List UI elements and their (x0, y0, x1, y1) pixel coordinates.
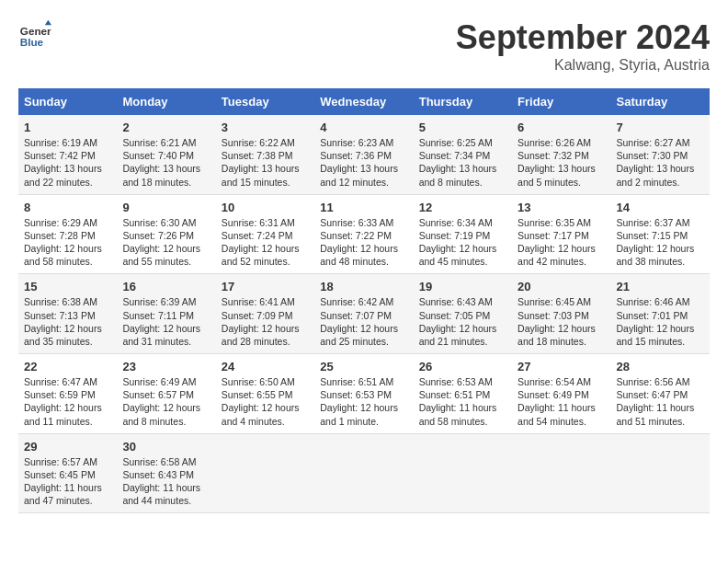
calendar-table: SundayMondayTuesdayWednesdayThursdayFrid… (18, 88, 710, 513)
calendar-cell: 27Sunrise: 6:54 AM Sunset: 6:49 PM Dayli… (512, 354, 610, 434)
calendar-cell: 24Sunrise: 6:50 AM Sunset: 6:55 PM Dayli… (216, 354, 314, 434)
title-block: September 2024 Kalwang, Styria, Austria (456, 18, 710, 74)
weekday-header: Saturday (611, 88, 710, 115)
day-number: 17 (222, 280, 309, 293)
weekday-header-row: SundayMondayTuesdayWednesdayThursdayFrid… (18, 88, 710, 115)
calendar-week-row: 29Sunrise: 6:57 AM Sunset: 6:45 PM Dayli… (18, 433, 710, 513)
calendar-cell (512, 433, 610, 513)
day-number: 10 (222, 201, 309, 214)
day-number: 29 (24, 440, 111, 454)
svg-text:Blue: Blue (20, 36, 44, 48)
cell-info: Sunrise: 6:54 AM Sunset: 6:49 PM Dayligh… (518, 375, 605, 428)
calendar-cell: 20Sunrise: 6:45 AM Sunset: 7:03 PM Dayli… (512, 274, 610, 354)
day-number: 20 (518, 280, 605, 293)
calendar-cell: 13Sunrise: 6:35 AM Sunset: 7:17 PM Dayli… (512, 194, 610, 274)
calendar-cell: 5Sunrise: 6:25 AM Sunset: 7:34 PM Daylig… (414, 115, 512, 194)
cell-info: Sunrise: 6:19 AM Sunset: 7:42 PM Dayligh… (24, 136, 111, 189)
calendar-cell: 1Sunrise: 6:19 AM Sunset: 7:42 PM Daylig… (18, 115, 117, 194)
weekday-header: Friday (512, 88, 610, 115)
day-number: 12 (419, 201, 506, 214)
calendar-cell: 17Sunrise: 6:41 AM Sunset: 7:09 PM Dayli… (216, 274, 314, 354)
cell-info: Sunrise: 6:30 AM Sunset: 7:26 PM Dayligh… (122, 216, 210, 269)
calendar-cell: 12Sunrise: 6:34 AM Sunset: 7:19 PM Dayli… (414, 194, 512, 274)
day-number: 18 (320, 280, 407, 293)
calendar-cell: 30Sunrise: 6:58 AM Sunset: 6:43 PM Dayli… (117, 433, 215, 513)
day-number: 8 (24, 201, 111, 214)
weekday-header: Monday (117, 88, 215, 115)
calendar-cell (216, 433, 314, 513)
day-number: 9 (122, 201, 210, 214)
cell-info: Sunrise: 6:35 AM Sunset: 7:17 PM Dayligh… (518, 216, 605, 269)
cell-info: Sunrise: 6:25 AM Sunset: 7:34 PM Dayligh… (419, 136, 506, 189)
day-number: 16 (122, 280, 210, 293)
day-number: 30 (122, 440, 210, 454)
cell-info: Sunrise: 6:46 AM Sunset: 7:01 PM Dayligh… (617, 295, 704, 348)
calendar-cell: 21Sunrise: 6:46 AM Sunset: 7:01 PM Dayli… (611, 274, 710, 354)
day-number: 25 (320, 360, 407, 373)
calendar-cell: 25Sunrise: 6:51 AM Sunset: 6:53 PM Dayli… (314, 354, 413, 434)
day-number: 27 (518, 360, 605, 373)
calendar-week-row: 15Sunrise: 6:38 AM Sunset: 7:13 PM Dayli… (18, 274, 710, 354)
cell-info: Sunrise: 6:29 AM Sunset: 7:28 PM Dayligh… (24, 216, 111, 269)
cell-info: Sunrise: 6:27 AM Sunset: 7:30 PM Dayligh… (617, 136, 704, 189)
weekday-header: Sunday (18, 88, 117, 115)
calendar-cell: 14Sunrise: 6:37 AM Sunset: 7:15 PM Dayli… (611, 194, 710, 274)
day-number: 11 (320, 201, 407, 214)
calendar-cell: 7Sunrise: 6:27 AM Sunset: 7:30 PM Daylig… (611, 115, 710, 194)
calendar-week-row: 22Sunrise: 6:47 AM Sunset: 6:59 PM Dayli… (18, 354, 710, 434)
cell-info: Sunrise: 6:51 AM Sunset: 6:53 PM Dayligh… (320, 375, 407, 428)
logo-icon: General Blue (18, 18, 51, 52)
day-number: 13 (518, 201, 605, 214)
calendar-cell: 22Sunrise: 6:47 AM Sunset: 6:59 PM Dayli… (18, 354, 117, 434)
cell-info: Sunrise: 6:45 AM Sunset: 7:03 PM Dayligh… (518, 295, 605, 348)
day-number: 7 (617, 121, 704, 134)
day-number: 3 (222, 121, 309, 134)
weekday-header: Wednesday (314, 88, 413, 115)
cell-info: Sunrise: 6:50 AM Sunset: 6:55 PM Dayligh… (222, 375, 309, 428)
day-number: 4 (320, 121, 407, 134)
cell-info: Sunrise: 6:49 AM Sunset: 6:57 PM Dayligh… (122, 375, 210, 428)
cell-info: Sunrise: 6:22 AM Sunset: 7:38 PM Dayligh… (222, 136, 309, 189)
calendar-cell (314, 433, 413, 513)
day-number: 15 (24, 280, 111, 293)
cell-info: Sunrise: 6:56 AM Sunset: 6:47 PM Dayligh… (617, 375, 704, 428)
calendar-cell: 4Sunrise: 6:23 AM Sunset: 7:36 PM Daylig… (314, 115, 413, 194)
day-number: 1 (24, 121, 111, 134)
cell-info: Sunrise: 6:34 AM Sunset: 7:19 PM Dayligh… (419, 216, 506, 269)
cell-info: Sunrise: 6:57 AM Sunset: 6:45 PM Dayligh… (24, 455, 111, 508)
cell-info: Sunrise: 6:38 AM Sunset: 7:13 PM Dayligh… (24, 295, 111, 348)
day-number: 2 (122, 121, 210, 134)
cell-info: Sunrise: 6:47 AM Sunset: 6:59 PM Dayligh… (24, 375, 111, 428)
svg-marker-2 (45, 20, 51, 25)
cell-info: Sunrise: 6:21 AM Sunset: 7:40 PM Dayligh… (122, 136, 210, 189)
day-number: 28 (617, 360, 704, 373)
cell-info: Sunrise: 6:23 AM Sunset: 7:36 PM Dayligh… (320, 136, 407, 189)
calendar-cell: 23Sunrise: 6:49 AM Sunset: 6:57 PM Dayli… (117, 354, 215, 434)
calendar-cell: 15Sunrise: 6:38 AM Sunset: 7:13 PM Dayli… (18, 274, 117, 354)
weekday-header: Thursday (414, 88, 512, 115)
calendar-cell: 29Sunrise: 6:57 AM Sunset: 6:45 PM Dayli… (18, 433, 117, 513)
weekday-header: Tuesday (216, 88, 314, 115)
calendar-week-row: 1Sunrise: 6:19 AM Sunset: 7:42 PM Daylig… (18, 115, 710, 194)
calendar-cell: 19Sunrise: 6:43 AM Sunset: 7:05 PM Dayli… (414, 274, 512, 354)
cell-info: Sunrise: 6:33 AM Sunset: 7:22 PM Dayligh… (320, 216, 407, 269)
cell-info: Sunrise: 6:37 AM Sunset: 7:15 PM Dayligh… (617, 216, 704, 269)
month-title: September 2024 (456, 18, 710, 57)
calendar-cell: 6Sunrise: 6:26 AM Sunset: 7:32 PM Daylig… (512, 115, 610, 194)
calendar-cell (611, 433, 710, 513)
day-number: 21 (617, 280, 704, 293)
cell-info: Sunrise: 6:53 AM Sunset: 6:51 PM Dayligh… (419, 375, 506, 428)
cell-info: Sunrise: 6:26 AM Sunset: 7:32 PM Dayligh… (518, 136, 605, 189)
cell-info: Sunrise: 6:42 AM Sunset: 7:07 PM Dayligh… (320, 295, 407, 348)
calendar-cell: 16Sunrise: 6:39 AM Sunset: 7:11 PM Dayli… (117, 274, 215, 354)
day-number: 23 (122, 360, 210, 373)
cell-info: Sunrise: 6:41 AM Sunset: 7:09 PM Dayligh… (222, 295, 309, 348)
location: Kalwang, Styria, Austria (456, 57, 710, 74)
day-number: 26 (419, 360, 506, 373)
cell-info: Sunrise: 6:31 AM Sunset: 7:24 PM Dayligh… (222, 216, 309, 269)
day-number: 22 (24, 360, 111, 373)
calendar-cell: 18Sunrise: 6:42 AM Sunset: 7:07 PM Dayli… (314, 274, 413, 354)
day-number: 5 (419, 121, 506, 134)
day-number: 19 (419, 280, 506, 293)
day-number: 14 (617, 201, 704, 214)
